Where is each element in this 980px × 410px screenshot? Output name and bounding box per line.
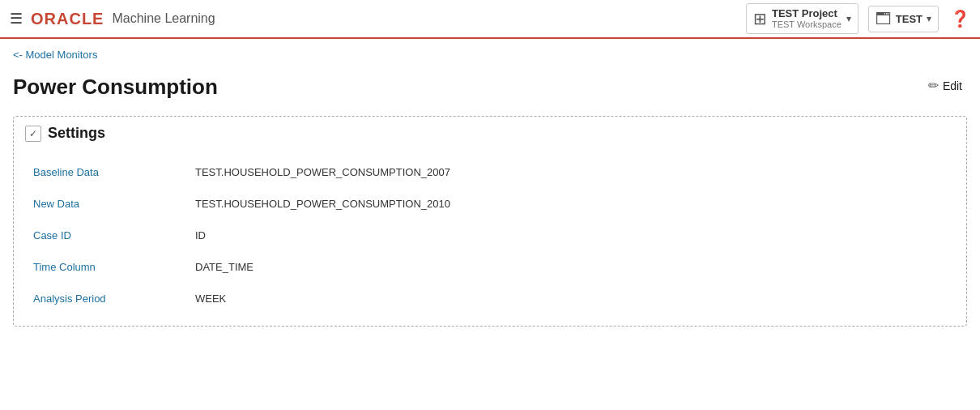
navbar-right: ⊞ TEST Project TEST Workspace ▾ 🗔 TEST ▾… xyxy=(746,3,970,35)
hamburger-menu-icon[interactable]: ☰ xyxy=(10,10,23,28)
settings-header: ✓ Settings xyxy=(25,125,955,142)
edit-button[interactable]: ✏ Edit xyxy=(923,75,967,96)
field-label: Case ID xyxy=(33,229,195,241)
table-row: Analysis PeriodWEEK xyxy=(25,283,955,314)
table-row: Time ColumnDATE_TIME xyxy=(25,251,955,283)
field-value: DATE_TIME xyxy=(195,261,254,273)
field-label: Baseline Data xyxy=(33,166,195,178)
edit-label: Edit xyxy=(943,79,962,92)
field-label: Time Column xyxy=(33,261,195,273)
collapse-toggle-button[interactable]: ✓ xyxy=(25,126,41,142)
edit-pencil-icon: ✏ xyxy=(928,78,939,93)
project-dropdown-arrow-icon: ▾ xyxy=(846,13,851,24)
field-label: Analysis Period xyxy=(33,293,195,305)
field-label: New Data xyxy=(33,198,195,210)
settings-rows: Baseline DataTEST.HOUSEHOLD_POWER_CONSUM… xyxy=(25,156,955,314)
project-grid-icon: ⊞ xyxy=(753,9,767,28)
settings-section: ✓ Settings Baseline DataTEST.HOUSEHOLD_P… xyxy=(13,116,967,327)
navbar: ☰ ORACLE Machine Learning ⊞ TEST Project… xyxy=(0,0,980,39)
workspace-name: TEST Workspace xyxy=(772,19,842,30)
brand-ml-text: Machine Learning xyxy=(112,11,215,26)
field-value: TEST.HOUSEHOLD_POWER_CONSUMPTION_2010 xyxy=(195,198,450,210)
settings-title: Settings xyxy=(48,125,105,142)
back-to-model-monitors-link[interactable]: <- Model Monitors xyxy=(13,49,97,61)
user-name-label: TEST xyxy=(896,13,922,25)
page-header: Power Consumption ✏ Edit xyxy=(13,75,967,100)
table-row: Case IDID xyxy=(25,220,955,251)
main-content: Power Consumption ✏ Edit ✓ Settings Base… xyxy=(0,66,980,410)
project-selector[interactable]: ⊞ TEST Project TEST Workspace ▾ xyxy=(746,3,859,35)
user-selector[interactable]: 🗔 TEST ▾ xyxy=(868,6,939,32)
project-info: TEST Project TEST Workspace xyxy=(772,7,842,31)
table-row: Baseline DataTEST.HOUSEHOLD_POWER_CONSUM… xyxy=(25,156,955,188)
user-avatar-icon: 🗔 xyxy=(876,10,892,28)
breadcrumb: <- Model Monitors xyxy=(0,39,980,66)
help-icon[interactable]: ❓ xyxy=(950,9,970,28)
field-value: TEST.HOUSEHOLD_POWER_CONSUMPTION_2007 xyxy=(195,166,450,178)
page-title: Power Consumption xyxy=(13,75,218,100)
project-name: TEST Project xyxy=(772,7,842,20)
field-value: WEEK xyxy=(195,293,226,305)
user-dropdown-arrow-icon: ▾ xyxy=(927,13,931,24)
navbar-left: ☰ ORACLE Machine Learning xyxy=(10,10,746,28)
brand-oracle-text: ORACLE xyxy=(31,10,104,28)
table-row: New DataTEST.HOUSEHOLD_POWER_CONSUMPTION… xyxy=(25,188,955,220)
field-value: ID xyxy=(195,229,206,241)
